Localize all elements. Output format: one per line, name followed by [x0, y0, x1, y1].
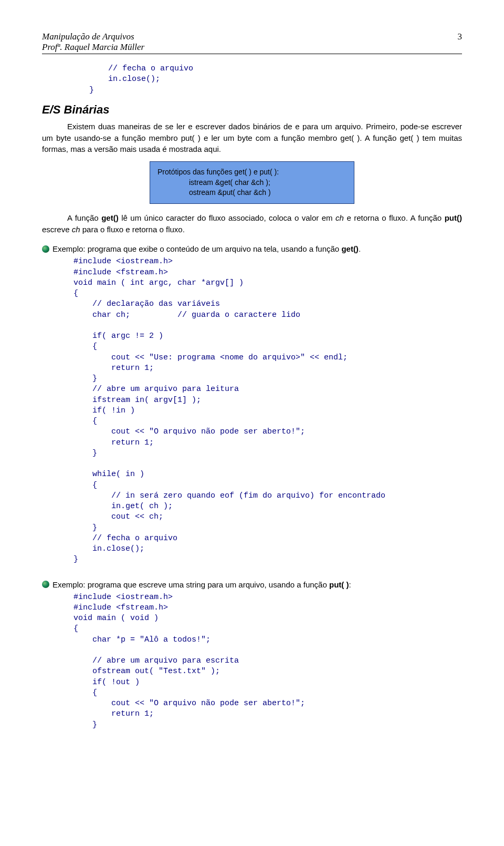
page-header: Manipulação de Arquivos Profª. Raquel Ma…: [42, 32, 462, 54]
code-snippet-top: // fecha o arquivo in.close(); }: [89, 64, 462, 96]
code-example-2: #include <iostream.h> #include <fstream.…: [74, 592, 462, 730]
paragraph-getput: A função get() lê um único caracter do f…: [42, 212, 462, 235]
prototype-box: Protótipos das funções get( ) e put( ): …: [150, 161, 354, 204]
page-number: 3: [458, 32, 463, 42]
doc-subtitle: Profª. Raquel Marcia Müller: [42, 42, 144, 53]
doc-title: Manipulação de Arquivos: [42, 32, 144, 42]
example-1-label: Exemplo: programa que exibe o conteúdo d…: [42, 244, 462, 253]
proto-line-2: istream &get( char &ch );: [158, 178, 346, 188]
code-example-1: #include <iostream.h> #include <fstream.…: [74, 256, 462, 565]
bullet-icon: [42, 581, 49, 588]
proto-line-1: Protótipos das funções get( ) e put( ):: [158, 167, 346, 178]
example-2-label: Exemplo: programa que escreve uma string…: [42, 580, 462, 589]
paragraph-intro: Existem duas maneiras de se ler e escrev…: [42, 121, 462, 155]
bullet-icon: [42, 245, 49, 253]
section-heading: E/S Binárias: [42, 103, 462, 117]
proto-line-3: ostream &put( char &ch ): [158, 188, 346, 198]
